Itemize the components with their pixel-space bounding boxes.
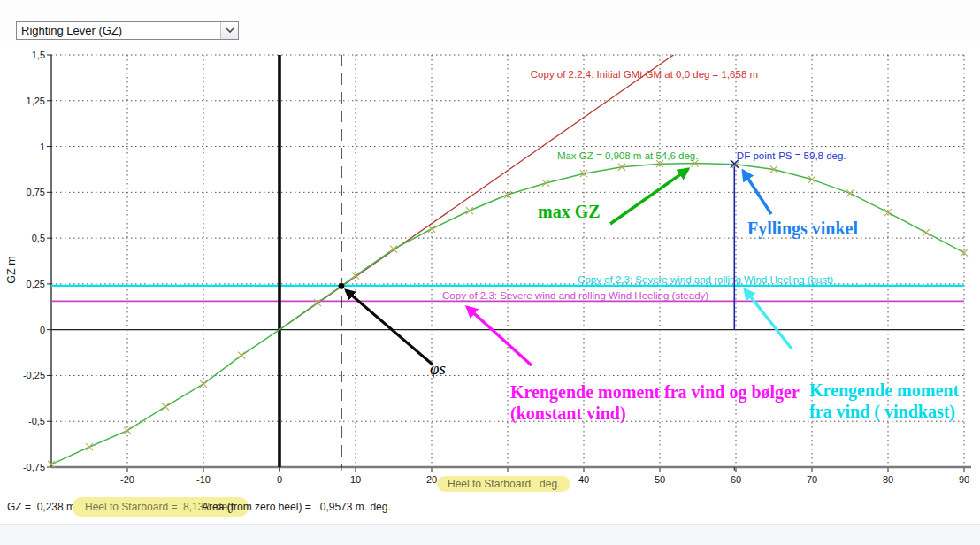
arrow-max-gz [610,169,688,224]
annotation-line: fra vind ( vindkast) [809,402,955,422]
status-bar: GZ = 0,238 m Heel to Starboard = 8,132 d… [0,494,980,520]
y-tick-label: 0,25 [27,279,45,289]
annotation-krengende-vindkast: Krengende momentfra vind ( vindkast) [809,380,959,422]
wind-heeling-steady-label: Copy of 2.3: Severe wind and rolling Win… [442,290,708,301]
gz-plot-area[interactable]: 1,51,2510,750,50,250-0,25-0,5-0,75-20-10… [0,44,980,495]
x-tick-label: 40 [578,474,589,485]
x-tick-label: 10 [350,474,361,485]
annotation-line: (konstant vind) [510,403,626,424]
gz-curve-marker [238,352,245,359]
phi-s-intersection-point [339,283,345,289]
y-tick-label: -0,75 [23,462,45,472]
y-tick-label: 0 [40,325,45,335]
annotation-fyllings-vinkel: Fyllings vinkel [747,219,858,239]
gz-curve-marker [314,299,321,306]
x-tick-label: 70 [807,474,817,485]
df-point-label: DF point-PS = 59,8 deg. [737,150,846,161]
annotation-line: max GZ [538,202,601,221]
y-tick-label: -0,5 [28,416,45,426]
annotation-line: φs [430,359,446,378]
x-tick-label: 80 [883,474,893,485]
annotation-krengende-konstant-vind: Krengende moment fra vind og bølger(kons… [510,382,800,424]
gz-curve-marker [846,189,854,196]
x-tick-label: 50 [655,474,665,485]
arrow-konstant-vind [467,307,532,365]
gz-curve-marker [200,380,207,388]
max-gz-value-label: Max GZ = 0,908 m at 54,6 deg. [557,150,699,161]
status-gz-value: GZ = 0,238 m [7,501,75,513]
x-tick-label: 90 [959,474,969,485]
gz-curve-marker [923,229,930,236]
y-tick-label: 1,5 [32,50,45,60]
gz-curve-marker [466,207,473,214]
annotation-line: Krengende moment fra vind og bølger [510,382,800,403]
gz-curve-marker [352,272,359,280]
y-tick-label: 0,5 [32,233,45,243]
x-tick-label: 20 [426,474,437,485]
x-tick-label: 60 [731,474,741,485]
annotation-max-gz: max GZ [538,202,601,221]
x-tick-label: 0 [277,474,282,485]
annotation-phi-s: φs [430,359,446,378]
plot-type-dropdown[interactable]: Righting Lever (GZ) [16,21,239,40]
annotation-line: Fyllings vinkel [747,219,858,239]
x-tick-label: -20 [120,474,134,485]
window-bottom-strip [0,524,980,545]
status-area-value: Area (from zero heel) = 0,9573 m. deg. [202,501,391,513]
gz-chart[interactable]: 1,51,2510,750,50,250-0,25-0,5-0,75-20-10… [0,44,980,495]
gz-curve-marker [124,427,131,434]
arrow-vindkast [745,289,792,349]
annotation-line: Krengende moment [809,380,959,401]
gz-curve-marker [428,226,435,233]
wind-heeling-gust-label: Copy of 2.3: Severe wind and rolling Win… [578,274,833,285]
chevron-down-icon[interactable] [220,22,238,39]
x-axis-label-highlight: Heel to Starboard deg. [437,476,570,492]
arrow-fyllings-vinkel [743,171,771,214]
y-axis-label: GZ m [5,256,18,283]
gz-curve-marker [162,403,169,411]
y-tick-label: 0,75 [27,187,45,197]
y-tick-label: 1 [40,142,45,152]
x-tick-label: -10 [196,474,211,485]
plot-type-value: Righting Lever (GZ) [17,24,220,37]
gm-line-label: Copy of 2.2.4: Initial GMt GM at 0,0 deg… [531,69,758,80]
y-tick-label: -0,25 [23,370,45,380]
gz-curve-marker [86,443,93,450]
toolbar: Righting Lever (GZ) [0,0,980,46]
y-tick-label: 1,25 [27,96,45,106]
